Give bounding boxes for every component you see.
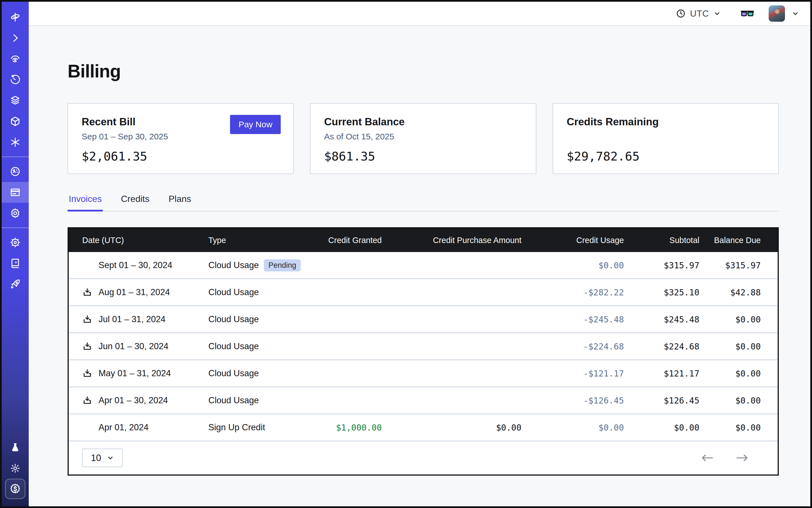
history-icon[interactable]	[2, 69, 29, 90]
card-subtitle: As of Oct 15, 2025	[324, 132, 522, 142]
page-size-select[interactable]: 10	[82, 449, 123, 467]
invoice-date-cell: Jul 01 – 31, 2024	[82, 314, 208, 325]
timezone-label: UTC	[690, 8, 709, 19]
invoice-date-cell: Sept 01 – 30, 2024	[82, 260, 208, 270]
table-row: Apr 01, 2024 Sign Up Credit $1,000.00 $0…	[69, 414, 778, 441]
table-body: Sept 01 – 30, 2024 Cloud Usage Pending $…	[69, 252, 778, 441]
credit-usage-value: -$121.17	[521, 369, 624, 378]
asterisk-icon[interactable]	[2, 132, 29, 153]
recent-bill-card: Recent Bill Sep 01 – Sep 30, 2025 $2,061…	[68, 103, 294, 174]
credit-usage-value: -$224.68	[521, 342, 624, 351]
previous-page-arrow-icon[interactable]	[700, 453, 714, 463]
invoice-type-cell: Cloud Usage	[208, 287, 310, 297]
subtotal-value: $325.10	[624, 288, 699, 297]
summary-cards: Recent Bill Sep 01 – Sep 30, 2025 $2,061…	[68, 103, 779, 174]
table-row: Jul 01 – 31, 2024 Cloud Usage -$245.48 $…	[69, 306, 778, 333]
invoice-type-cell: Sign Up Credit	[208, 422, 310, 432]
invoice-type-cell: Cloud Usage	[208, 341, 310, 351]
book-sparkle-icon[interactable]	[2, 253, 29, 274]
sidebar-divider	[2, 157, 29, 157]
topbar: UTC	[29, 2, 810, 26]
table-row: May 01 – 31, 2024 Cloud Usage -$121.17 $…	[69, 360, 778, 387]
invoice-type: Cloud Usage	[208, 395, 259, 406]
cube-icon[interactable]	[2, 111, 29, 132]
subtotal-value: $121.17	[624, 369, 699, 378]
gear-icon[interactable]	[2, 203, 29, 223]
chevron-right-icon[interactable]	[2, 28, 29, 48]
user-avatar[interactable]	[769, 5, 785, 22]
download-slot	[82, 395, 98, 406]
logo-orbit-icon[interactable]	[2, 7, 29, 28]
subtotal-value: $224.68	[624, 342, 699, 351]
invoice-date: Jul 01 – 31, 2024	[98, 314, 166, 325]
invoice-type: Cloud Usage	[208, 341, 259, 351]
invoice-type-cell: Cloud Usage Pending	[208, 259, 310, 271]
column-header-balance-due: Balance Due	[699, 236, 761, 245]
balance-due-value: $0.00	[699, 423, 761, 432]
subtotal-value: $126.45	[624, 396, 699, 406]
invoice-date: Sept 01 – 30, 2024	[98, 260, 172, 270]
invoice-date-cell: Aug 01 – 31, 2024	[82, 287, 208, 297]
dollar-coin-icon[interactable]	[5, 479, 25, 499]
download-icon[interactable]	[82, 368, 92, 378]
balance-due-value: $315.97	[699, 260, 761, 270]
invoice-type: Cloud Usage	[208, 260, 259, 270]
chevron-down-icon	[107, 454, 114, 462]
timezone-switcher[interactable]: UTC	[676, 8, 721, 19]
sidebar-divider	[2, 227, 29, 228]
invoice-date: Apr 01, 2024	[98, 422, 149, 432]
observe-icon[interactable]	[2, 48, 29, 69]
chevron-down-icon[interactable]	[792, 10, 799, 17]
credit-usage-value: $0.00	[521, 423, 624, 432]
card-amount: $29,782.65	[567, 149, 765, 163]
billing-tabs: Invoices Credits Plans	[68, 194, 779, 211]
tab-credits[interactable]: Credits	[120, 194, 151, 211]
credits-remaining-card: Credits Remaining $29,782.65	[553, 103, 779, 174]
download-icon[interactable]	[82, 314, 92, 325]
pay-now-button[interactable]: Pay Now	[230, 115, 281, 134]
layers-icon[interactable]	[2, 90, 29, 111]
invoice-type-cell: Cloud Usage	[208, 368, 310, 378]
download-icon[interactable]	[82, 287, 92, 297]
current-balance-card: Current Balance As of Oct 15, 2025 $861.…	[310, 103, 536, 174]
3d-glasses-icon[interactable]	[740, 9, 754, 18]
flask-icon[interactable]	[2, 437, 29, 458]
balance-due-value: $0.00	[699, 314, 761, 325]
column-header-credit-purchase-amount: Credit Purchase Amount	[382, 236, 521, 245]
credit-usage-value: $0.00	[521, 260, 624, 270]
column-header-date: Date (UTC)	[82, 236, 208, 245]
credit-purchase-value: $0.00	[382, 423, 521, 432]
download-slot	[82, 260, 98, 270]
subtotal-value: $0.00	[624, 423, 699, 432]
next-page-arrow-icon[interactable]	[735, 453, 749, 463]
download-slot	[82, 287, 98, 297]
table-row: Jun 01 – 30, 2024 Cloud Usage -$224.68 $…	[69, 333, 778, 360]
pagination-arrows	[700, 453, 749, 463]
table-row: Apr 01 – 30, 2024 Cloud Usage -$126.45 $…	[69, 387, 778, 414]
balance-due-value: $0.00	[699, 342, 761, 351]
clock-icon	[676, 9, 686, 18]
subtotal-value: $245.48	[624, 314, 699, 325]
helm-icon[interactable]	[2, 232, 29, 253]
sun-icon[interactable]	[2, 458, 29, 479]
tab-plans[interactable]: Plans	[168, 194, 192, 211]
tab-invoices[interactable]: Invoices	[68, 194, 103, 211]
download-slot	[82, 422, 98, 432]
balance-due-value: $0.00	[699, 369, 761, 378]
gauge-icon[interactable]	[2, 161, 29, 182]
credit-granted-value: $1,000.00	[310, 423, 382, 432]
table-footer: 10	[69, 441, 778, 474]
download-icon[interactable]	[82, 341, 92, 351]
balance-due-value: $42.88	[699, 288, 761, 297]
rocket-icon[interactable]	[2, 274, 29, 295]
column-header-subtotal: Subtotal	[624, 236, 699, 245]
billing-card-icon[interactable]	[2, 182, 29, 203]
invoice-date-cell: Jun 01 – 30, 2024	[82, 341, 208, 351]
download-icon[interactable]	[82, 395, 92, 406]
card-amount: $2,061.35	[82, 149, 280, 163]
page-title: Billing	[68, 61, 779, 82]
invoices-table: Date (UTC) Type Credit Granted Credit Pu…	[68, 227, 779, 476]
card-title: Current Balance	[324, 116, 522, 128]
card-amount: $861.35	[324, 149, 522, 163]
status-badge: Pending	[264, 259, 301, 271]
